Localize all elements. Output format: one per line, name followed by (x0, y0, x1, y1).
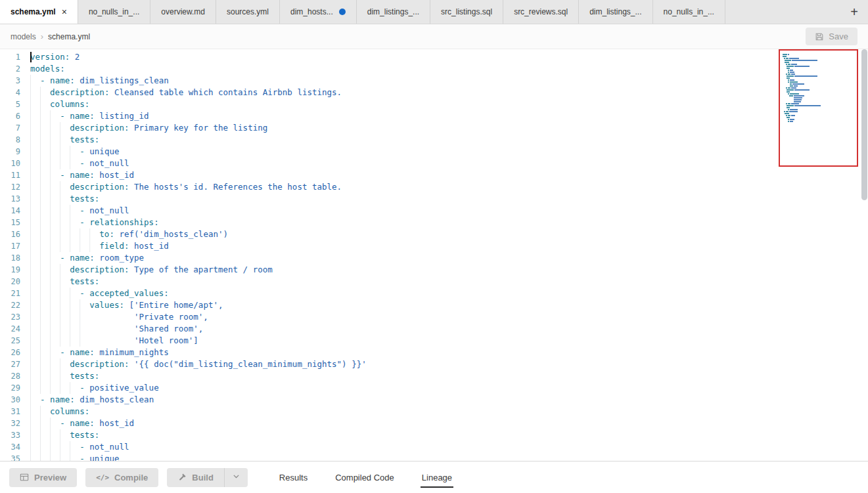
build-dropdown-button[interactable] (224, 468, 248, 487)
minimap-line (794, 99, 854, 100)
vertical-scrollbar[interactable] (861, 49, 868, 461)
minimap-line (783, 56, 854, 57)
code-line[interactable]: 34- not_null (0, 441, 868, 453)
code-line[interactable]: 1version: 2 (0, 51, 868, 63)
code-line[interactable]: 15- relationships: (0, 217, 868, 228)
code-line[interactable]: 32- name: host_id (0, 418, 868, 429)
code-line[interactable]: 5columns: (0, 98, 868, 110)
code-content: - name: room_type (30, 252, 144, 264)
code-line[interactable]: 17field: host_id (0, 240, 868, 252)
code-editor[interactable]: 1version: 22models:3- name: dim_listings… (0, 49, 868, 461)
code-line[interactable]: 12description: The hosts's id. Reference… (0, 181, 868, 193)
save-button[interactable]: Save (806, 28, 857, 45)
token: - (80, 205, 89, 215)
token: Primary key for the listing (129, 123, 268, 133)
line-number: 2 (0, 63, 30, 75)
minimap-token (786, 58, 788, 59)
indent-guides (30, 347, 60, 358)
code-line[interactable]: 31columns: (0, 406, 868, 418)
code-line[interactable]: 9- unique (0, 146, 868, 158)
editor-tab-bar: schema.yml×no_nulls_in_...overview.mdsou… (0, 0, 868, 24)
code-content: values: ['Entire home/apt', (30, 299, 223, 311)
editor-tab-sources-yml[interactable]: sources.yml (216, 0, 280, 24)
panel-tab-compiled-code[interactable]: Compiled Code (334, 467, 396, 488)
code-line[interactable]: 3- name: dim_listings_clean (0, 75, 868, 87)
editor-tab-src-listings-sql[interactable]: src_listings.sql (430, 0, 503, 24)
token: description: (70, 359, 129, 369)
line-number: 20 (0, 276, 30, 288)
code-line[interactable]: 6- name: listing_id (0, 110, 868, 122)
code-line[interactable]: 26- name: minimum_nights (0, 347, 868, 358)
code-line[interactable]: 20tests: (0, 276, 868, 288)
code-line[interactable]: 18- name: room_type (0, 252, 868, 264)
line-number: 16 (0, 228, 30, 240)
code-content: description: '{{ doc("dim_listing_clean_… (30, 358, 367, 370)
minimap[interactable] (779, 49, 858, 167)
code-line[interactable]: 13tests: (0, 193, 868, 205)
code-line[interactable]: 16to: ref('dim_hosts_clean') (0, 228, 868, 240)
code-content: - name: host_id (30, 169, 134, 181)
code-line[interactable]: 33tests: (0, 429, 868, 441)
minimap-token (788, 115, 790, 116)
breadcrumb-item[interactable]: schema.yml (48, 32, 90, 41)
minimap-token (786, 103, 787, 104)
code-content: to: ref('dim_hosts_clean') (30, 228, 228, 240)
line-number: 24 (0, 323, 30, 335)
minimap-line (786, 87, 854, 89)
code-line[interactable]: 7description: Primary key for the listin… (0, 122, 868, 134)
code-line[interactable]: 29- positive_value (0, 382, 868, 394)
indent-guides (30, 358, 70, 370)
code-line[interactable]: 23'Private room', (0, 311, 868, 323)
code-line[interactable]: 2models: (0, 63, 868, 75)
minimap-token (788, 121, 789, 122)
build-button[interactable]: Build (167, 468, 224, 487)
code-line[interactable]: 11- name: host_id (0, 169, 868, 181)
code-line[interactable]: 21- accepted_values: (0, 288, 868, 299)
editor-tab-schema-yml[interactable]: schema.yml× (0, 0, 78, 24)
code-line[interactable]: 30- name: dim_hosts_clean (0, 394, 868, 406)
breadcrumb-bar: models›schema.yml Save (0, 24, 868, 49)
editor-tab-no-nulls-in[interactable]: no_nulls_in_... (653, 0, 725, 24)
compile-button[interactable]: </> Compile (85, 468, 158, 487)
panel-tab-lineage[interactable]: Lineage (421, 467, 453, 488)
minimap-token (791, 115, 795, 116)
editor-tab-no-nulls-in[interactable]: no_nulls_in_... (78, 0, 150, 24)
token: ['Entire home/apt', (124, 300, 223, 310)
code-line[interactable]: 24'Shared room', (0, 323, 868, 335)
minimap-token (785, 113, 789, 114)
editor-tab-overview-md[interactable]: overview.md (150, 0, 216, 24)
token: positive_value (89, 383, 158, 393)
indent-guides (30, 98, 50, 110)
code-line[interactable]: 8tests: (0, 134, 868, 146)
panel-tab-results[interactable]: Results (278, 467, 309, 488)
token: name: (70, 418, 95, 428)
token: unique (89, 146, 119, 156)
token: - (60, 253, 70, 263)
code-line[interactable]: 10- not_null (0, 158, 868, 169)
minimap-line (790, 85, 854, 87)
code-line[interactable]: 4description: Cleansed table which conta… (0, 87, 868, 98)
code-line[interactable]: 35- unique (0, 453, 868, 461)
code-line[interactable]: 25'Hotel room'] (0, 335, 868, 347)
breadcrumb-item[interactable]: models (11, 32, 36, 41)
code-line[interactable]: 27description: '{{ doc("dim_listing_clea… (0, 358, 868, 370)
minimap-line (788, 70, 854, 71)
editor-tab-dim-listings[interactable]: dim_listings_... (357, 0, 430, 24)
scrollbar-thumb[interactable] (861, 49, 867, 200)
indent-guides (30, 252, 60, 264)
new-tab-button[interactable]: + (840, 0, 868, 24)
code-line[interactable]: 14- not_null (0, 205, 868, 217)
editor-tab-dim-hosts[interactable]: dim_hosts... (280, 0, 357, 24)
preview-button[interactable]: Preview (9, 468, 77, 487)
compile-code-icon: </> (96, 473, 109, 482)
close-tab-icon[interactable]: × (62, 7, 67, 16)
minimap-line (788, 79, 854, 81)
code-line[interactable]: 19description: Type of the apartment / r… (0, 264, 868, 276)
code-content: description: Primary key for the listing (30, 122, 267, 134)
code-line[interactable]: 22values: ['Entire home/apt', (0, 299, 868, 311)
editor-tab-src-reviews-sql[interactable]: src_reviews.sql (503, 0, 579, 24)
editor-tab-dim-listings[interactable]: dim_listings_... (579, 0, 652, 24)
code-line[interactable]: 28tests: (0, 370, 868, 382)
line-number: 29 (0, 382, 30, 394)
indent-guides (30, 228, 99, 240)
